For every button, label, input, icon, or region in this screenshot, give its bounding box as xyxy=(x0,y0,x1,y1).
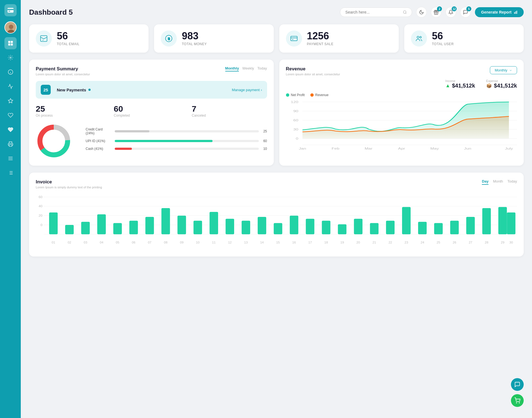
legend-label-revenue: Revenue xyxy=(315,93,329,97)
bar-12 xyxy=(226,219,234,234)
svg-point-25 xyxy=(403,11,406,14)
support-fab[interactable] xyxy=(511,378,524,391)
sidebar-item-menu[interactable] xyxy=(4,152,17,165)
progress-bar-wrap-2 xyxy=(115,148,259,150)
avatar[interactable] xyxy=(4,21,17,34)
invoice-tab-day[interactable]: Day xyxy=(482,179,488,185)
svg-rect-6 xyxy=(8,41,10,43)
revenue-area xyxy=(302,116,509,139)
sidebar-item-list[interactable] xyxy=(4,167,17,179)
invoice-title: Invoice xyxy=(36,179,102,185)
invoice-tabs: Day Month Today xyxy=(482,179,517,185)
svg-text:21: 21 xyxy=(372,241,376,244)
fab-container xyxy=(511,378,524,407)
progress-bar-wrap-1 xyxy=(115,140,259,142)
svg-text:Apr: Apr xyxy=(398,147,405,150)
invoice-header: Invoice Lorem Ipsum is simply dummy text… xyxy=(36,179,517,189)
svg-rect-29 xyxy=(514,12,515,14)
sidebar-logo[interactable] xyxy=(4,4,17,16)
bar-05 xyxy=(113,223,122,234)
payment-summary-subtitle: Lorem ipsum dolor sit amet, consectetur xyxy=(36,73,90,76)
svg-text:06: 06 xyxy=(132,241,135,244)
sidebar-item-heart-outline[interactable] xyxy=(4,109,17,121)
svg-rect-8 xyxy=(8,43,10,45)
search-input[interactable] xyxy=(345,10,401,14)
svg-text:08: 08 xyxy=(164,241,168,244)
tab-weekly[interactable]: Weekly xyxy=(242,66,254,71)
sidebar xyxy=(0,0,21,418)
svg-text:30: 30 xyxy=(509,241,513,244)
bar-29 xyxy=(498,207,507,234)
svg-line-26 xyxy=(406,13,406,14)
notifications-btn[interactable]: 2 xyxy=(431,7,441,17)
bar-30 xyxy=(507,212,515,234)
expense-value: $41,512k xyxy=(494,83,517,89)
revenue-card: Revenue Lorem ipsum dolor sit amet, cons… xyxy=(279,60,524,166)
email-label: TOTAL EMAIL xyxy=(57,42,80,46)
income-label: Income xyxy=(445,79,475,83)
svg-rect-1 xyxy=(7,9,14,10)
svg-text:May: May xyxy=(430,147,439,150)
stat-cards: 56 TOTAL EMAIL $ 983 TOTAL MONEY xyxy=(29,24,524,53)
generate-report-button[interactable]: Generate Report xyxy=(475,7,524,17)
user-value: 56 xyxy=(432,31,454,41)
svg-text:20: 20 xyxy=(356,241,360,244)
svg-point-104 xyxy=(519,402,520,403)
bar-18 xyxy=(322,221,331,234)
payment-summary-header: Payment Summary Lorem ipsum dolor sit am… xyxy=(36,66,267,76)
svg-text:09: 09 xyxy=(180,241,183,244)
progress-bar-0 xyxy=(115,130,149,132)
revenue-subtitle: Lorem ipsum dolor sit amet, consectetur xyxy=(286,73,340,76)
sidebar-item-info[interactable] xyxy=(4,66,17,78)
svg-point-4 xyxy=(9,25,13,29)
dark-mode-toggle[interactable] xyxy=(416,7,427,17)
sidebar-item-dashboard[interactable] xyxy=(4,37,17,49)
cart-fab[interactable] xyxy=(511,394,524,407)
bar-11 xyxy=(209,212,218,234)
expense-item: Expense 📦 $41,512k xyxy=(486,79,517,89)
bar-16 xyxy=(290,216,298,234)
revenue-chart: 120 90 60 30 0 xyxy=(286,99,517,155)
money-value: 983 xyxy=(182,31,207,41)
sidebar-item-heart-filled[interactable] xyxy=(4,124,17,136)
invoice-tab-today[interactable]: Today xyxy=(507,179,517,185)
svg-text:04: 04 xyxy=(100,241,103,244)
user-group-icon xyxy=(411,30,427,47)
invoice-tab-month[interactable]: Month xyxy=(493,179,503,185)
payment-value: 1256 xyxy=(307,31,334,41)
tab-monthly[interactable]: Monthly xyxy=(225,66,239,71)
legend-label-net-profit: Net Profit xyxy=(291,93,305,97)
bar-10 xyxy=(193,221,202,234)
svg-point-10 xyxy=(10,57,11,58)
svg-text:27: 27 xyxy=(469,241,472,244)
revenue-monthly-btn[interactable]: Monthly xyxy=(490,66,517,74)
bell-btn[interactable]: 12 xyxy=(446,7,456,17)
bar-24 xyxy=(418,222,427,234)
svg-text:Jan: Jan xyxy=(299,147,306,150)
svg-text:16: 16 xyxy=(292,241,296,244)
manage-payment-link[interactable]: Manage payment › xyxy=(232,88,262,92)
progress-label-1: UPI ID (41%) xyxy=(86,139,112,143)
tab-today[interactable]: Today xyxy=(257,66,267,71)
svg-point-40 xyxy=(417,36,419,38)
search-box[interactable] xyxy=(340,7,412,17)
legend-dot-revenue xyxy=(310,93,314,97)
svg-text:05: 05 xyxy=(116,241,119,244)
sidebar-item-star[interactable] xyxy=(4,95,17,107)
bar-21 xyxy=(370,223,378,234)
middle-row: Payment Summary Lorem ipsum dolor sit am… xyxy=(29,60,524,166)
sidebar-item-print[interactable] xyxy=(4,138,17,150)
sidebar-item-settings[interactable] xyxy=(4,52,17,64)
payment-icon xyxy=(286,30,302,47)
stat-info-payment: 1256 PAYMENT SALE xyxy=(307,31,334,46)
stat-info-money: 983 TOTAL MONEY xyxy=(182,31,207,46)
invoice-chart-svg: 60 40 20 0 01 02 03 04 xyxy=(36,194,517,250)
sidebar-item-analytics[interactable] xyxy=(4,80,17,93)
progress-val-1: 60 xyxy=(262,139,267,143)
messages-btn[interactable]: 5 xyxy=(460,7,471,17)
revenue-header: Revenue Lorem ipsum dolor sit amet, cons… xyxy=(286,66,517,76)
payment-summary-card: Payment Summary Lorem ipsum dolor sit am… xyxy=(29,60,274,166)
progress-label-2: Cash (41%) xyxy=(86,147,112,151)
svg-text:60: 60 xyxy=(39,195,42,199)
payment-summary-tabs: Monthly Weekly Today xyxy=(225,66,267,71)
